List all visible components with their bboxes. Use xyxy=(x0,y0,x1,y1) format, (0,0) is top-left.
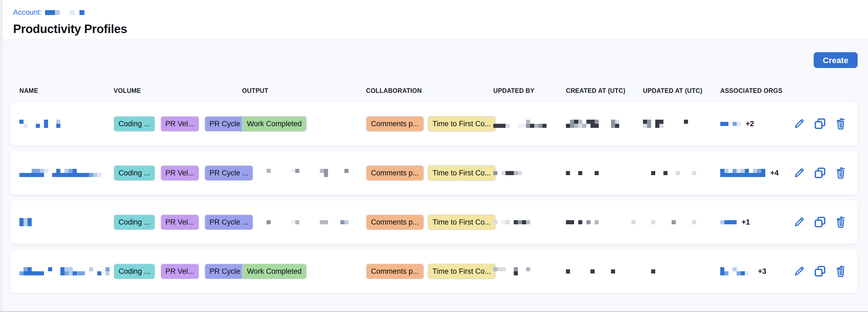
duplicate-button[interactable] xyxy=(813,117,827,131)
trash-icon xyxy=(834,117,847,130)
column-header-collaboration: COLLABORATION xyxy=(366,87,493,95)
orgs-more-count: +4 xyxy=(770,169,779,177)
window-left-edge xyxy=(0,0,3,312)
column-header-updated-by: UPDATED BY xyxy=(493,87,566,95)
metric-badge: Comments p... xyxy=(366,116,424,132)
metric-badge: PR Vel... xyxy=(161,263,199,279)
table-row: Coding ... PR Vel... PR Cycle ... Commen… xyxy=(10,200,858,244)
copy-icon xyxy=(813,166,827,180)
trash-icon xyxy=(834,166,847,180)
edit-button[interactable] xyxy=(792,166,806,180)
updated-by-redacted xyxy=(493,220,566,224)
updated-at-redacted xyxy=(643,220,720,224)
content-area: Create NAME VOLUME OUTPUT COLLABORATION … xyxy=(0,40,868,293)
duplicate-button[interactable] xyxy=(813,215,827,229)
copy-icon xyxy=(813,117,827,130)
metric-badge: Work Completed xyxy=(242,116,307,132)
created-at-cell xyxy=(566,120,643,128)
metric-badge: Coding ... xyxy=(114,215,155,230)
pencil-icon xyxy=(793,166,806,180)
edit-button[interactable] xyxy=(792,215,806,229)
metric-badge: Coding ... xyxy=(114,116,155,132)
account-name-redacted xyxy=(45,10,84,15)
output-cell xyxy=(242,220,366,224)
page-title: Productivity Profiles xyxy=(13,22,868,36)
volume-cell: Coding ... PR Vel... PR Cycle ... xyxy=(114,263,242,279)
actions-cell xyxy=(789,166,858,180)
table-row: Coding ... PR Vel... PR Cycle ... Work C… xyxy=(10,249,858,293)
updated-by-cell xyxy=(493,220,566,224)
created-at-redacted xyxy=(566,171,643,175)
collaboration-cell: Comments p... Time to First Co... xyxy=(366,215,493,230)
breadcrumb: Account: xyxy=(13,8,868,17)
metric-badge: Coding ... xyxy=(114,263,155,279)
updated-at-cell xyxy=(643,171,720,175)
output-cell xyxy=(242,169,366,177)
orgs-redacted xyxy=(720,169,765,177)
output-redacted xyxy=(242,220,366,224)
trash-icon xyxy=(834,216,847,229)
delete-button[interactable] xyxy=(834,215,848,229)
table-header: NAME VOLUME OUTPUT COLLABORATION UPDATED… xyxy=(10,87,858,95)
output-redacted xyxy=(242,169,366,177)
created-at-cell xyxy=(566,270,643,274)
updated-by-cell xyxy=(493,171,566,175)
delete-button[interactable] xyxy=(834,264,848,278)
collaboration-cell: Comments p... Time to First Co... xyxy=(366,165,493,181)
trash-icon xyxy=(834,265,847,278)
actions-cell xyxy=(789,215,858,229)
copy-icon xyxy=(813,265,827,278)
metric-badge: Comments p... xyxy=(366,165,424,181)
orgs-more-count: +1 xyxy=(742,218,750,226)
pencil-icon xyxy=(793,216,806,229)
column-header-updated-at: UPDATED AT (UTC) xyxy=(643,87,720,95)
metric-badge: Work Completed xyxy=(242,263,307,279)
volume-cell: Coding ... PR Vel... PR Cycle ... xyxy=(114,165,242,181)
copy-icon xyxy=(813,216,827,229)
metric-badge: Time to First Co... xyxy=(428,116,496,132)
output-cell: Work Completed xyxy=(242,263,366,279)
orgs-redacted xyxy=(720,220,737,224)
actions-cell xyxy=(789,264,858,278)
edit-button[interactable] xyxy=(792,264,806,278)
metric-badge: Comments p... xyxy=(366,263,424,279)
name-cell xyxy=(20,267,114,275)
output-cell: Work Completed xyxy=(242,116,366,132)
create-button[interactable]: Create xyxy=(814,52,858,68)
created-at-redacted xyxy=(566,270,643,274)
name-redacted xyxy=(20,169,114,177)
metric-badge: Coding ... xyxy=(114,165,155,181)
associated-orgs-cell: +4 xyxy=(720,169,789,177)
volume-cell: Coding ... PR Vel... PR Cycle ... xyxy=(114,215,242,230)
toolbar: Create xyxy=(10,52,858,68)
associated-orgs-cell: +3 xyxy=(720,267,789,276)
volume-cell: Coding ... PR Vel... PR Cycle ... xyxy=(114,116,242,132)
delete-button[interactable] xyxy=(834,117,848,131)
column-header-created-at: CREATED AT (UTC) xyxy=(566,87,643,95)
collaboration-cell: Comments p... Time to First Co... xyxy=(366,263,493,279)
duplicate-button[interactable] xyxy=(813,166,827,180)
created-at-redacted xyxy=(566,120,643,128)
metric-badge: Time to First Co... xyxy=(428,215,496,230)
edit-button[interactable] xyxy=(792,117,806,131)
updated-by-redacted xyxy=(493,171,566,175)
name-cell xyxy=(20,169,114,177)
metric-badge: Time to First Co... xyxy=(428,263,496,279)
duplicate-button[interactable] xyxy=(813,264,827,278)
updated-by-cell xyxy=(493,267,566,275)
updated-at-cell xyxy=(643,220,720,224)
pencil-icon xyxy=(793,117,806,130)
updated-by-redacted xyxy=(493,267,566,275)
orgs-redacted xyxy=(720,267,753,275)
updated-at-redacted xyxy=(643,120,720,128)
account-link[interactable]: Account: xyxy=(13,8,42,17)
name-redacted xyxy=(20,267,114,275)
associated-orgs-cell: +1 xyxy=(720,218,789,226)
updated-at-cell xyxy=(643,120,720,128)
delete-button[interactable] xyxy=(834,166,848,180)
updated-at-cell xyxy=(643,270,720,274)
updated-at-redacted xyxy=(643,270,720,274)
page-header: Account: Productivity Profiles xyxy=(0,0,868,40)
pencil-icon xyxy=(793,265,806,278)
name-cell xyxy=(20,218,114,226)
